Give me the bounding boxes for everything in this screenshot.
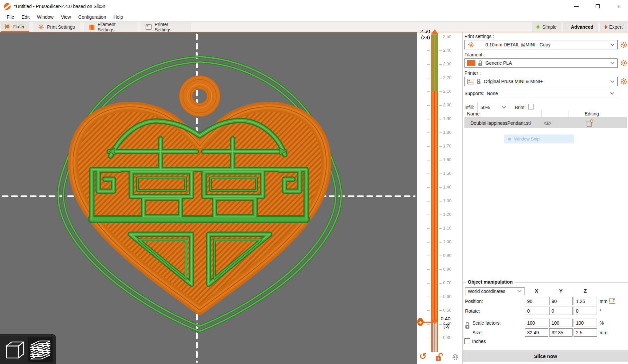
3d-cube-icon bbox=[4, 339, 25, 361]
brim-checkbox[interactable] bbox=[528, 104, 534, 109]
mode-advanced[interactable]: Advanced bbox=[563, 22, 598, 32]
print-settings-combo[interactable]: 0.10mm DETAIL @MINI - Copy bbox=[464, 40, 618, 49]
inches-checkbox[interactable] bbox=[464, 338, 470, 344]
print-settings-gear-icon bbox=[38, 24, 44, 30]
tick-dash bbox=[427, 64, 430, 65]
drop-to-bed-icon[interactable] bbox=[609, 298, 616, 304]
gear-icon bbox=[452, 353, 459, 361]
tick-label: 1.60 bbox=[443, 157, 451, 162]
tick-dash bbox=[439, 215, 442, 215]
supports-label: Supports: bbox=[464, 91, 484, 96]
position-label: Position: bbox=[465, 299, 483, 304]
tab-filament-settings[interactable]: Filament Settings bbox=[84, 22, 137, 32]
slider-upper-thumb[interactable] bbox=[431, 29, 438, 34]
filament-edit-gear-button[interactable] bbox=[620, 59, 627, 67]
mode-expert[interactable]: Expert bbox=[600, 22, 627, 32]
slider-bar-below-range-segment[interactable] bbox=[431, 322, 438, 352]
object-row[interactable]: DoubleHappinessPendant.stl bbox=[464, 118, 627, 128]
rotate-x-input[interactable] bbox=[525, 307, 548, 315]
tick-dash bbox=[427, 283, 430, 284]
uniform-scale-lock-icon[interactable] bbox=[465, 321, 470, 330]
tick-dash bbox=[427, 173, 430, 174]
size-z-input[interactable] bbox=[574, 328, 597, 337]
tick-dash bbox=[427, 269, 430, 270]
tick-dash bbox=[439, 283, 442, 284]
filament-icon bbox=[89, 24, 94, 30]
slider-lower-thumb[interactable] bbox=[431, 320, 438, 324]
undo-icon: ↺ bbox=[419, 351, 427, 361]
menu-bar: File Edit Window View Configuration Help bbox=[0, 13, 628, 21]
tick-dash bbox=[427, 37, 430, 37]
preview-view-button[interactable] bbox=[28, 337, 53, 362]
tick-dash bbox=[439, 228, 442, 229]
supports-combo[interactable]: None bbox=[484, 89, 617, 98]
position-z-input[interactable] bbox=[574, 297, 597, 305]
scale-z-input[interactable] bbox=[574, 319, 597, 327]
maximize-button[interactable] bbox=[589, 0, 606, 13]
position-y-input[interactable] bbox=[549, 297, 573, 305]
printer-edit-gear-button[interactable] bbox=[620, 78, 627, 85]
tick-dash bbox=[427, 119, 430, 119]
close-button[interactable]: × bbox=[610, 0, 628, 13]
tick-label: 0.80 bbox=[443, 267, 451, 272]
slider-bar-green-segment[interactable] bbox=[431, 34, 438, 91]
editor-view-button[interactable] bbox=[2, 337, 27, 362]
tick-label: 2.40 bbox=[443, 48, 451, 53]
tick-dash bbox=[427, 50, 430, 51]
print-settings-edit-gear-button[interactable] bbox=[620, 41, 627, 48]
tick-dash bbox=[439, 256, 442, 256]
lock-layers-button[interactable] bbox=[435, 353, 443, 363]
menu-file[interactable]: File bbox=[3, 13, 18, 21]
slice-now-button[interactable]: Slice now bbox=[463, 350, 628, 362]
rotate-z-input[interactable] bbox=[574, 307, 597, 315]
printer-combo[interactable]: Original Prusa MINI & MINI+ bbox=[464, 77, 618, 86]
tick-dash bbox=[427, 338, 430, 338]
filament-label: Filament : bbox=[464, 52, 485, 57]
tick-dash bbox=[439, 310, 442, 311]
menu-configuration[interactable]: Configuration bbox=[75, 13, 110, 21]
tick-dash bbox=[439, 187, 442, 188]
rotate-y-input[interactable] bbox=[549, 307, 573, 315]
settings-panel: Print settings : 0.10mm DETAIL @MINI - C… bbox=[462, 32, 628, 364]
tick-label: 2.30 bbox=[443, 61, 451, 66]
menu-help[interactable]: Help bbox=[110, 13, 127, 21]
rotate-unit: ° bbox=[600, 308, 602, 314]
tab-plater[interactable]: Plater bbox=[1, 22, 29, 32]
position-x-input[interactable] bbox=[525, 297, 548, 305]
scale-unit: % bbox=[600, 320, 604, 326]
tick-label: 1.10 bbox=[443, 226, 451, 231]
add-layer-range-button[interactable]: + bbox=[417, 318, 424, 326]
axis-z-header: Z bbox=[574, 288, 597, 294]
tick-dash bbox=[427, 256, 430, 256]
chevron-down-icon bbox=[610, 43, 615, 46]
tab-printer-settings[interactable]: Printer Settings bbox=[141, 22, 191, 32]
menu-edit[interactable]: Edit bbox=[18, 13, 33, 21]
unlock-open-icon bbox=[435, 353, 443, 361]
column-editing: Editing bbox=[585, 111, 599, 116]
3d-viewport[interactable] bbox=[0, 32, 417, 364]
eye-visibility-icon[interactable] bbox=[544, 121, 551, 126]
menu-view[interactable]: View bbox=[57, 13, 74, 21]
reset-view-button[interactable]: ↺ bbox=[419, 352, 427, 361]
filament-combo[interactable]: Generic PLA bbox=[464, 58, 618, 68]
prusaslicer-logo-icon bbox=[4, 3, 11, 10]
tick-dash bbox=[439, 297, 442, 297]
tab-print-settings[interactable]: Print Settings bbox=[33, 22, 80, 32]
coordinate-system-select[interactable]: World coordinates bbox=[465, 287, 525, 295]
object-settings-icon[interactable] bbox=[587, 119, 593, 127]
tick-dash bbox=[427, 78, 430, 78]
size-y-input[interactable] bbox=[549, 328, 573, 337]
scale-y-input[interactable] bbox=[549, 319, 573, 327]
scale-x-input[interactable] bbox=[525, 319, 548, 327]
menu-window[interactable]: Window bbox=[34, 13, 57, 21]
preview-options-button[interactable] bbox=[452, 353, 459, 362]
tick-dash bbox=[439, 269, 442, 270]
slider-bar-orange-segment[interactable] bbox=[431, 91, 438, 322]
mode-simple[interactable]: Simple bbox=[532, 22, 561, 32]
simple-mode-dot-icon bbox=[537, 25, 540, 29]
size-x-input[interactable] bbox=[525, 328, 548, 337]
printer-value: Original Prusa MINI & MINI+ bbox=[484, 79, 543, 84]
filament-value: Generic PLA bbox=[485, 60, 512, 66]
expert-mode-dot-icon bbox=[605, 25, 607, 29]
minimize-button[interactable] bbox=[568, 0, 585, 13]
